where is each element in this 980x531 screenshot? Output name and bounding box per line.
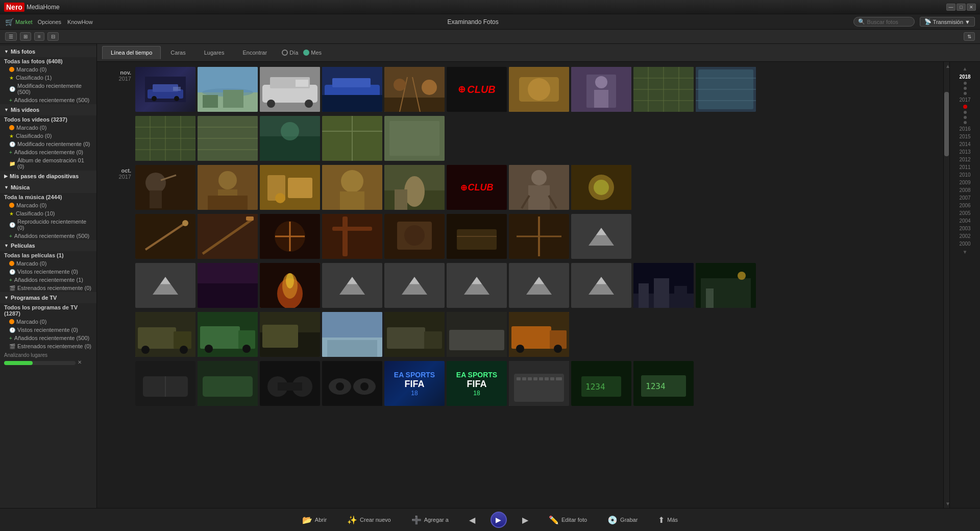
photo-thumb[interactable] xyxy=(322,361,382,406)
radio-mes-button[interactable] xyxy=(303,50,309,56)
mas-button[interactable]: ⬆ Más xyxy=(653,513,683,527)
close-button[interactable]: ✕ xyxy=(967,4,976,11)
sidebar-album-demo[interactable]: 📁 Álbum de demostración 01 (0) xyxy=(0,156,96,171)
sidebar-todas-peliculas[interactable]: Todas las películas (1) xyxy=(0,251,96,259)
photo-thumb[interactable] xyxy=(509,361,569,406)
sidebar-clasificado-videos[interactable]: ★ Clasificado (0) xyxy=(0,132,96,140)
sidebar-aniadidos-musica[interactable]: + Añadidos recientemente (500) xyxy=(0,232,96,240)
tab-lugares[interactable]: Lugares xyxy=(195,46,233,59)
scroll-down-arrow[interactable]: ▼ xyxy=(944,499,949,508)
timeline-year-2010[interactable]: 2010 xyxy=(950,171,980,179)
maximize-button[interactable]: □ xyxy=(957,4,966,11)
timeline-year-2007[interactable]: 2007 xyxy=(950,194,980,202)
sidebar-marcado-videos[interactable]: Marcado (0) xyxy=(0,124,96,132)
photo-thumb[interactable] xyxy=(509,67,569,112)
photo-thumb[interactable] xyxy=(509,165,569,210)
view-large-button[interactable]: ⊟ xyxy=(47,32,59,41)
scroll-up-arrow[interactable]: ▲ xyxy=(944,62,949,70)
sidebar-musica-header[interactable]: ▼ Música xyxy=(0,182,96,193)
timeline-year-2013[interactable]: 2013 xyxy=(950,148,980,156)
photo-thumb-placeholder[interactable] xyxy=(571,214,631,259)
analyze-close-button[interactable]: ✕ xyxy=(78,359,82,365)
timeline-year-2014[interactable]: 2014 xyxy=(950,140,980,148)
sidebar-modificado-fotos[interactable]: 🕐 Modificado recientemente (500) xyxy=(0,82,96,96)
radio-dia-button[interactable] xyxy=(282,50,288,56)
crear-nuevo-button[interactable]: ✨ Crear nuevo xyxy=(342,513,396,527)
timeline-year-2012[interactable]: 2012 xyxy=(950,156,980,163)
photo-thumb[interactable] xyxy=(384,312,445,357)
sidebar-marcado-peliculas[interactable]: Marcado (0) xyxy=(0,259,96,268)
photo-thumb[interactable] xyxy=(135,361,195,406)
photo-thumb[interactable] xyxy=(260,116,320,161)
photo-thumb[interactable] xyxy=(509,214,569,259)
view-details-button[interactable]: ≡ xyxy=(34,32,44,41)
photo-thumb[interactable]: 1234 xyxy=(571,361,631,406)
timeline-scroll-up[interactable]: ▲ xyxy=(961,64,969,73)
photo-thumb-placeholder[interactable] xyxy=(447,263,507,308)
photo-thumb[interactable] xyxy=(260,361,320,406)
timeline-dot[interactable] xyxy=(964,82,967,85)
sidebar-aniadidos-peliculas[interactable]: + Añadidos recientemente (1) xyxy=(0,276,96,284)
photo-thumb[interactable] xyxy=(633,263,694,308)
radio-dia[interactable]: Día xyxy=(282,50,298,56)
abrir-button[interactable]: 📂 Abrir xyxy=(297,513,332,527)
timeline-year-2015[interactable]: 2015 xyxy=(950,133,980,140)
photo-thumb[interactable] xyxy=(198,312,258,357)
knowhow-link[interactable]: KnowHow xyxy=(67,19,93,25)
photo-thumb-placeholder[interactable] xyxy=(384,263,445,308)
photo-thumb[interactable] xyxy=(135,165,195,210)
photo-thumb-club[interactable]: ⊕ CLUB xyxy=(447,67,507,112)
photo-thumb[interactable] xyxy=(571,165,631,210)
sidebar-pases-header[interactable]: ▶ Mis pases de diapositivas xyxy=(0,171,96,182)
timeline-year-2003[interactable]: 2003 xyxy=(950,225,980,232)
photo-thumb[interactable] xyxy=(384,116,445,161)
photo-thumb[interactable] xyxy=(198,116,258,161)
sidebar-vistos-tv[interactable]: 🕐 Vistos recientemente (0) xyxy=(0,326,96,334)
photo-thumb[interactable] xyxy=(260,263,320,308)
photo-thumb[interactable] xyxy=(135,67,195,112)
sidebar-marcado-tv[interactable]: Marcado (0) xyxy=(0,318,96,326)
photo-thumb-fifa1[interactable]: EA SPORTS FIFA 18 xyxy=(384,361,445,406)
photo-thumb[interactable] xyxy=(447,214,507,259)
market-button[interactable]: 🛒 Market xyxy=(5,18,33,26)
timeline-year-2011[interactable]: 2011 xyxy=(950,163,980,171)
timeline-year-2009[interactable]: 2009 xyxy=(950,179,980,186)
tab-encontrar[interactable]: Encontrar xyxy=(234,46,276,59)
timeline-dot[interactable] xyxy=(964,121,967,124)
sidebar-clasificado-musica[interactable]: ★ Clasificado (10) xyxy=(0,209,96,218)
photo-thumb[interactable] xyxy=(198,214,258,259)
timeline-year-2000[interactable]: 2000 xyxy=(950,240,980,248)
timeline-dot-active[interactable] xyxy=(963,105,967,109)
sidebar-peliculas-header[interactable]: ▼ Películas xyxy=(0,240,96,251)
sidebar-todos-programas[interactable]: Todos los programas de TV (1287) xyxy=(0,303,96,318)
photo-thumb-club2[interactable]: ⊕ CLUB xyxy=(447,165,507,210)
photo-thumb-placeholder[interactable] xyxy=(135,263,195,308)
sidebar-videos-header[interactable]: ▼ Mis vídeos xyxy=(0,104,96,115)
photo-thumb[interactable] xyxy=(696,67,756,112)
tab-linea-del-tiempo[interactable]: Línea del tiempo xyxy=(102,46,161,59)
sidebar-todos-videos[interactable]: Todos los vídeos (3237) xyxy=(0,115,96,124)
photo-thumb[interactable] xyxy=(322,67,382,112)
opciones-link[interactable]: Opciones xyxy=(38,19,61,25)
photo-thumb[interactable] xyxy=(135,312,195,357)
view-list-button[interactable]: ☰ xyxy=(5,32,17,41)
timeline-scroll-down[interactable]: ▼ xyxy=(961,248,969,256)
photo-thumb-placeholder[interactable] xyxy=(509,263,569,308)
grabar-button[interactable]: 💿 Grabar xyxy=(602,513,643,527)
arrow-left-button[interactable]: ◀ xyxy=(464,513,480,527)
photo-thumb[interactable] xyxy=(322,116,382,161)
scroll-thumb[interactable] xyxy=(944,92,949,156)
photo-thumb[interactable] xyxy=(260,67,320,112)
photo-thumb[interactable] xyxy=(260,312,320,357)
minimize-button[interactable]: — xyxy=(946,4,955,11)
sidebar-fotos-header[interactable]: ▼ Mis fotos xyxy=(0,46,96,57)
sidebar-aniadidos-fotos[interactable]: + Añadidos recientemente (500) xyxy=(0,96,96,104)
timeline-year-2018[interactable]: 2018 xyxy=(950,73,980,81)
sidebar-toda-musica[interactable]: Toda la música (2444) xyxy=(0,193,96,201)
timeline-dot[interactable] xyxy=(964,111,967,114)
timeline-dot[interactable] xyxy=(964,92,967,95)
photo-scroll[interactable]: nov. 2017 xyxy=(97,62,943,508)
photo-thumb[interactable] xyxy=(322,165,382,210)
photo-thumb[interactable] xyxy=(198,67,258,112)
timeline-dot[interactable] xyxy=(964,87,967,90)
